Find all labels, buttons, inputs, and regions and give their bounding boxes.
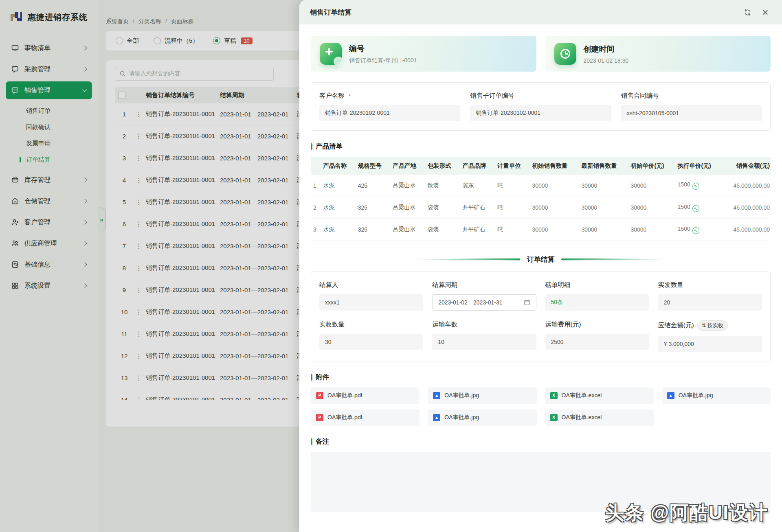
product-cell: 1500∿	[675, 197, 722, 219]
refresh-icon[interactable]	[741, 6, 753, 18]
jpg-file-icon: ▲	[667, 392, 674, 399]
attachment-name: OA审批单.jpg	[444, 392, 479, 399]
info-field-2: 销售合同编号xsht-20230105-0001	[621, 92, 762, 121]
calendar-icon	[524, 299, 530, 306]
product-cell: 吕梁山水	[390, 197, 425, 219]
product-row-seq: 1	[311, 175, 321, 197]
settlement-field-7: 应结金额(元)⇅ 按实收¥ 3.000,000	[658, 320, 762, 352]
field-label: 实收数量	[319, 320, 423, 329]
attachment-jpg[interactable]: ▲OA审批单.jpg	[428, 388, 536, 404]
field-label: 客户名称*	[319, 92, 460, 100]
settlement-title: 订单结算	[527, 255, 555, 264]
product-cell: 1500∿	[675, 175, 722, 197]
created-time-card: 创建时间 2023-01-02 18:30	[545, 36, 771, 72]
attachment-name: OA审批单.excel	[562, 414, 602, 421]
pdf-file-icon: P	[316, 414, 323, 421]
field-input[interactable]: xxxx1	[319, 294, 423, 311]
info-field-0: 客户名称*销售订单-20230102-0001	[319, 92, 460, 121]
field-input[interactable]: 20	[658, 294, 762, 311]
settlement-field-1: 结算周期2023-01-02—2023-01-31	[432, 281, 536, 311]
price-exchange-icon[interactable]: ∿	[692, 183, 699, 190]
product-cell: 吨	[495, 219, 530, 241]
product-cell: 30000	[579, 197, 628, 219]
price-exchange-icon[interactable]: ∿	[692, 227, 699, 234]
field-input[interactable]: xsht-20230105-0001	[621, 105, 762, 121]
required-asterisk: *	[349, 92, 351, 100]
product-cell: 袋装	[425, 219, 460, 241]
drawer-header: 销售订单结算 ×	[299, 0, 782, 24]
attachment-jpg[interactable]: ▲OA审批单.jpg	[428, 409, 536, 426]
settlement-field-0: 结算人xxxx1	[319, 281, 423, 311]
settlement-field-4: 实收数量30	[319, 320, 423, 352]
settlement-field-6: 运输费用(元)2500	[545, 320, 649, 352]
product-col-seq	[311, 157, 321, 175]
product-cell: 井平矿石	[460, 219, 495, 241]
close-icon[interactable]: ×	[759, 6, 771, 18]
number-card: 编号 销售订单结算-年月日-0001	[311, 36, 536, 72]
product-cell: 水泥	[321, 197, 356, 219]
product-col-header: 产品名称	[321, 157, 356, 175]
product-section-title: 产品清单	[316, 142, 343, 151]
attachment-excel[interactable]: XOA审批单.excel	[545, 388, 654, 404]
plus-bubble-icon	[320, 43, 342, 65]
field-input[interactable]: 50条	[545, 294, 649, 311]
field-input[interactable]: 销售订单-20230102-0001	[319, 105, 460, 121]
product-cell: 井平矿石	[460, 197, 495, 219]
field-label: 销售子订单编号	[470, 92, 611, 100]
field-label: 磅单明细	[545, 281, 649, 289]
settlement-field-2: 磅单明细50条	[545, 281, 649, 311]
attachment-name: OA审批单.excel	[562, 392, 602, 399]
field-label: 运输车数	[432, 320, 536, 329]
field-input[interactable]: 10	[432, 334, 536, 350]
product-cell: 325	[356, 219, 391, 241]
product-cell: 吕梁山水	[390, 219, 425, 241]
remark-section-header: 备注	[311, 437, 771, 446]
excel-file-icon: X	[550, 414, 558, 421]
jpg-file-icon: ▲	[433, 392, 440, 399]
field-input[interactable]: 2023-01-02—2023-01-31	[432, 294, 536, 311]
pdf-file-icon: P	[316, 392, 323, 399]
field-label: 应结金额(元)⇅ 按实收	[658, 320, 762, 331]
section-accent-bar	[311, 374, 312, 381]
product-cell: 散装	[425, 175, 460, 197]
product-cell: 30000	[579, 219, 628, 241]
field-input[interactable]: 销售订单-20230102-0001	[470, 105, 611, 121]
attachment-jpg[interactable]: ▲OA审批单.jpg	[662, 388, 771, 404]
product-cell: 30000	[628, 219, 675, 241]
attachment-pdf[interactable]: POA审批单.pdf	[311, 409, 420, 426]
settlement-field-3: 实发数量20	[658, 281, 762, 311]
divider-line-right	[561, 258, 667, 261]
product-row: 3水泥325吕梁山水袋装井平矿石吨3000030000300001500∿45.…	[311, 219, 771, 241]
drawer-body: 编号 销售订单结算-年月日-0001 创建时间 2023-01-02 18:30…	[299, 24, 782, 532]
order-info-box: 客户名称*销售订单-20230102-0001销售子订单编号销售订单-20230…	[311, 82, 771, 131]
field-input[interactable]: ¥ 3.000,000	[658, 336, 762, 352]
product-cell: 袋装	[425, 197, 460, 219]
summary-cards: 编号 销售订单结算-年月日-0001 创建时间 2023-01-02 18:30	[311, 36, 771, 72]
settlement-box: 结算人xxxx1结算周期2023-01-02—2023-01-31磅单明细50条…	[311, 271, 771, 361]
attachment-name: OA审批单.jpg	[679, 392, 713, 399]
product-cell: 冀东	[460, 175, 495, 197]
by-received-button[interactable]: ⇅ 按实收	[697, 320, 728, 331]
attachment-name: OA审批单.pdf	[327, 392, 362, 399]
product-col-header: 销售金额(元)	[722, 157, 771, 175]
field-label: 结算周期	[432, 281, 536, 289]
created-card-value: 2023-01-02 18:30	[584, 57, 629, 64]
price-exchange-icon[interactable]: ∿	[692, 205, 699, 212]
product-cell: 1500∿	[675, 219, 722, 241]
product-col-header: 计量单位	[495, 157, 530, 175]
info-field-1: 销售子订单编号销售订单-20230102-0001	[470, 92, 611, 121]
attachment-name: OA审批单.jpg	[444, 414, 479, 421]
product-cell: 45.000.000,00	[722, 219, 771, 241]
product-section-header: 产品清单	[311, 142, 771, 151]
product-cell: 水泥	[321, 219, 356, 241]
settlement-field-5: 运输车数10	[432, 320, 536, 352]
product-col-header: 包装形式	[425, 157, 460, 175]
product-cell: 30000	[628, 175, 675, 197]
field-input[interactable]: 30	[319, 334, 423, 350]
product-cell: 425	[356, 175, 391, 197]
attachment-pdf[interactable]: POA审批单.pdf	[311, 388, 420, 404]
attachment-excel[interactable]: XOA审批单.excel	[545, 409, 654, 426]
product-row: 2水泥325吕梁山水袋装井平矿石吨3000030000300001500∿45.…	[311, 197, 771, 219]
field-input[interactable]: 2500	[545, 334, 649, 350]
section-accent-bar	[311, 143, 312, 150]
